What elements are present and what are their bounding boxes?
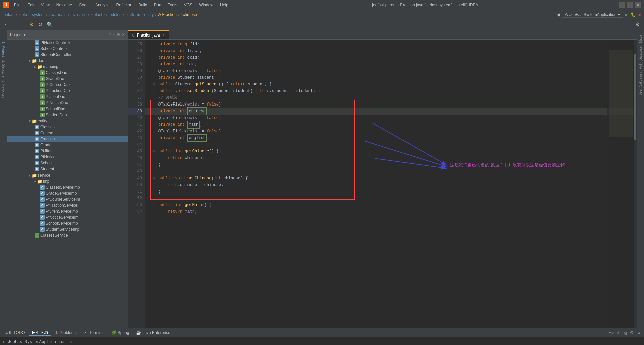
sidebar-collapse-icon[interactable]: ≡ xyxy=(113,32,115,37)
breadcrumb-item[interactable]: modules xyxy=(106,12,121,17)
breadcrumb-item[interactable]: jeefast-system xyxy=(18,12,44,17)
tree-item-mapping-folder[interactable]: ▶ 📁 mapping xyxy=(7,64,128,70)
tree-item-pfnotice[interactable]: C PfNotice xyxy=(7,154,128,160)
stop-button[interactable]: ■ xyxy=(638,12,641,18)
tree-item-gradeserviceimp[interactable]: C GradeServiceImp xyxy=(7,190,128,196)
tree-item-pfnoticedao[interactable]: I PfNoticeDao xyxy=(7,100,128,106)
breadcrumb-item[interactable]: platform xyxy=(125,12,140,17)
tree-item-entity-folder[interactable]: ▼ 📁 entity xyxy=(7,118,128,124)
tree-item-schoolserviceimp[interactable]: C SchoolServiceImp xyxy=(7,220,128,226)
run-config-selector[interactable]: ⊙ JeeFastSystemApplication ▾ xyxy=(562,12,623,18)
tree-item-pfnoticeserviceim[interactable]: C PfNoticeServiceIm xyxy=(7,214,128,220)
code-line-37[interactable]: // 读成绩 xyxy=(145,94,637,101)
breadcrumb-item-chinese[interactable]: f chinese xyxy=(181,12,197,17)
menu-edit[interactable]: Edit xyxy=(24,2,37,8)
project-panel-button[interactable]: 1: Project xyxy=(1,40,6,58)
code-line-27[interactable]: private int ccid; xyxy=(145,54,637,61)
tree-item-dao-folder[interactable]: ▼ 📁 dao xyxy=(7,58,128,64)
ant-panel-button[interactable]: Ant xyxy=(638,63,643,70)
code-line-26[interactable]: private int fract; xyxy=(145,48,637,54)
code-line-50[interactable]: this.chinese = chinese; xyxy=(145,182,637,188)
menu-vcs[interactable]: VCS xyxy=(181,2,195,8)
menu-build[interactable]: Build xyxy=(136,2,150,8)
menu-view[interactable]: View xyxy=(38,2,52,8)
code-line-49[interactable]: ◇ public void setChinese(int chinese) { xyxy=(145,175,637,182)
tree-item-studentdao[interactable]: I StudentDao xyxy=(7,112,128,118)
build-button[interactable]: ⚙ xyxy=(28,21,35,28)
terminal-tab[interactable]: >_ Terminal xyxy=(81,330,107,336)
maximize-button[interactable]: □ xyxy=(627,2,633,8)
sidebar-sync-icon[interactable]: ⊕ xyxy=(108,32,112,37)
breadcrumb-item[interactable]: java xyxy=(71,12,78,17)
breadcrumb-item[interactable]: jeefast xyxy=(3,12,14,17)
code-line-48[interactable] xyxy=(145,168,637,175)
tree-item-pfjifendao[interactable]: I PfJifenDao xyxy=(7,94,128,100)
todo-tab[interactable]: ≡ 6: TODO xyxy=(3,330,28,336)
nav-back-button[interactable]: ◀ xyxy=(556,12,560,18)
run-tab[interactable]: ▶ 4: Run xyxy=(29,329,51,336)
settings-button[interactable]: ⚙ xyxy=(634,21,641,28)
scrollbar-track[interactable] xyxy=(634,40,637,328)
structure-panel-button[interactable]: 2: Structure xyxy=(1,59,6,79)
menu-file[interactable]: File xyxy=(11,2,23,8)
tree-item-pfcoursedao[interactable]: I PfCourseDao xyxy=(7,82,128,88)
database-panel-button[interactable]: Database xyxy=(638,45,643,62)
menu-help[interactable]: Help xyxy=(217,2,231,8)
event-log-button[interactable]: Event Log xyxy=(609,330,627,335)
menu-tools[interactable]: Tools xyxy=(165,2,180,8)
code-line-46[interactable]: return chinese; xyxy=(145,155,637,161)
code-line-25[interactable]: private Long fid; xyxy=(145,41,637,48)
menu-window[interactable]: Window xyxy=(196,2,216,8)
code-line-52[interactable] xyxy=(145,195,637,202)
close-button[interactable]: ✕ xyxy=(635,2,641,8)
forward-button[interactable]: → xyxy=(12,21,20,28)
tree-item-pfcourseserviceim[interactable]: C PfCourseServiceIm xyxy=(7,196,128,202)
scrollbar-thumb[interactable] xyxy=(634,54,636,140)
breadcrumb-item[interactable]: src xyxy=(49,12,54,17)
code-line-28[interactable]: private int sid; xyxy=(145,61,637,68)
code-line-44[interactable] xyxy=(145,141,637,148)
code-line-39[interactable]: private int chinese; xyxy=(145,108,637,115)
code-content[interactable]: 这是我们自己命名的,数据库中并没有所以这是虚值要加注解 private Long… xyxy=(145,40,637,328)
code-line-38[interactable]: @TableField(exist = false) xyxy=(145,101,637,108)
tree-item-classesdao[interactable]: I ClassesDao xyxy=(7,70,128,76)
tree-item-schooldao[interactable]: I SchoolDao xyxy=(7,106,128,112)
breadcrumb-item[interactable]: entity xyxy=(144,12,154,17)
code-line-42[interactable]: @TableField(exist = false) xyxy=(145,128,637,135)
tree-item-course[interactable]: C Course xyxy=(7,130,128,136)
breadcrumb-item[interactable]: jeefast xyxy=(90,12,102,17)
tree-item-pfnoticecontroller[interactable]: C PfNoticeController xyxy=(7,40,128,46)
code-line-29[interactable]: @TableField(exist = false) xyxy=(145,68,637,74)
tree-item-fraction[interactable]: C Fraction xyxy=(7,136,128,142)
bottom-settings-button[interactable]: ⚙ xyxy=(630,330,634,335)
sync-button[interactable]: ↻ xyxy=(37,21,44,28)
menu-navigate[interactable]: Navigate xyxy=(54,2,75,8)
sidebar-close-icon[interactable]: ✕ xyxy=(122,32,125,37)
bottom-expand-button[interactable]: ▲ xyxy=(637,330,641,335)
menu-run[interactable]: Run xyxy=(151,2,164,8)
tree-item-grade[interactable]: C Grade xyxy=(7,142,128,148)
tree-item-classes[interactable]: C Classes xyxy=(7,124,128,130)
tree-item-studentserviceimp[interactable]: C StudentServiceImp xyxy=(7,226,128,232)
tree-item-studentcontroller[interactable]: C StudentController xyxy=(7,52,128,58)
code-line-41[interactable]: private int math; xyxy=(145,121,637,128)
tree-item-pfjifenserviceimp[interactable]: C PfJifenServiceImp xyxy=(7,208,128,214)
java-enterprise-tab[interactable]: ☕ Java Enterprise xyxy=(133,330,173,336)
code-line-53[interactable]: ◇ public int getMath() { xyxy=(145,202,637,208)
tree-item-service-folder[interactable]: ▼ 📁 service xyxy=(7,172,128,178)
problems-tab[interactable]: ⚠ Problems xyxy=(52,330,79,336)
minimize-button[interactable]: — xyxy=(619,2,625,8)
menu-code[interactable]: Code xyxy=(76,2,91,8)
spring-tab[interactable]: 🌿 Spring xyxy=(109,330,132,336)
tree-item-classesserviceimp[interactable]: C ClassesServiceImp xyxy=(7,184,128,190)
tree-item-pffractionservicei[interactable]: C PfFractionServiceI xyxy=(7,202,128,208)
tree-item-schoolcontroller[interactable]: C SchoolController xyxy=(7,46,128,52)
favorites-panel-button[interactable]: 2: Favorites xyxy=(1,79,6,99)
code-line-43[interactable]: private int english; xyxy=(145,135,637,141)
breadcrumb-item[interactable]: main xyxy=(58,12,67,17)
tree-item-gradedao[interactable]: I GradeDao xyxy=(7,76,128,82)
code-line-40[interactable]: @TableField(exist = false) xyxy=(145,115,637,121)
breadcrumb-item[interactable]: cn xyxy=(82,12,87,17)
maven-panel-button[interactable]: Maven xyxy=(638,31,643,44)
code-line-51[interactable]: } xyxy=(145,188,637,195)
